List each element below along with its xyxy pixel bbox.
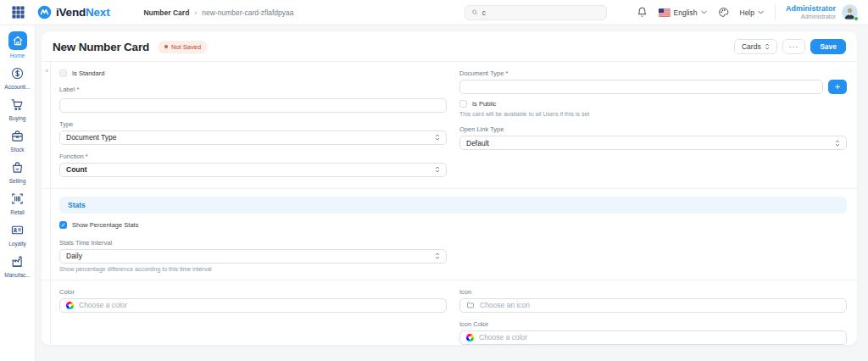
help-menu[interactable]: Help bbox=[740, 8, 764, 17]
selling-icon bbox=[9, 158, 26, 175]
select-arrows-icon bbox=[765, 42, 770, 51]
sidebar-item-home[interactable]: Home bbox=[0, 31, 35, 58]
ivendnext-logo-icon bbox=[37, 5, 52, 19]
sidebar-item-manufacturing[interactable]: Manufac... bbox=[0, 253, 35, 278]
status-badge: Not Saved bbox=[158, 41, 208, 53]
language-label: English bbox=[674, 8, 698, 17]
function-field-label: Function bbox=[59, 153, 447, 160]
breadcrumb: Number Card › new-number-card-zflafdpyaa bbox=[143, 8, 293, 17]
retail-icon bbox=[9, 190, 26, 207]
bell-icon bbox=[637, 7, 648, 18]
sidebar-item-accounting[interactable]: Accounti... bbox=[0, 64, 35, 90]
form-section-appearance: Color Choose a color Icon C bbox=[59, 288, 847, 347]
breadcrumb-current: new-number-card-zflafdpyaa bbox=[202, 8, 293, 17]
user-name: Administrator bbox=[786, 4, 836, 14]
status-dot-icon bbox=[164, 45, 168, 48]
form-section-main: Is Standard Label Type Document Type bbox=[59, 69, 847, 185]
select-arrows-icon bbox=[435, 165, 440, 174]
is-public-label: Is Public bbox=[472, 100, 496, 108]
loyalty-icon bbox=[9, 221, 26, 238]
user-role: Administrator bbox=[786, 14, 836, 21]
sidebar-item-stock[interactable]: Stock bbox=[0, 127, 35, 153]
show-percentage-stats-label: Show Percentage Stats bbox=[72, 221, 138, 229]
grid-icon-glyph bbox=[12, 6, 25, 19]
label-input[interactable] bbox=[59, 98, 447, 113]
expand-form-sidebar-chevron[interactable]: › bbox=[46, 67, 48, 75]
sidebar-item-buying[interactable]: Buying bbox=[0, 96, 35, 121]
accounting-icon bbox=[9, 64, 26, 81]
sidebar-item-label: Home bbox=[10, 53, 25, 58]
theme-switcher[interactable] bbox=[718, 7, 729, 18]
search-input[interactable] bbox=[482, 8, 600, 17]
app-grid-icon[interactable] bbox=[10, 5, 25, 20]
more-menu-button[interactable]: ··· bbox=[782, 39, 806, 54]
is-standard-checkbox[interactable] bbox=[59, 69, 67, 77]
icon-picker-input[interactable]: Choose an icon bbox=[459, 298, 847, 313]
buying-icon bbox=[9, 96, 26, 113]
user-avatar[interactable] bbox=[842, 4, 858, 20]
stats-time-interval-label: Stats Time Interval bbox=[59, 239, 447, 247]
stats-time-interval-description: Show percentage difference according to … bbox=[59, 266, 447, 272]
select-arrows-icon bbox=[835, 139, 840, 147]
type-select[interactable]: Document Type bbox=[59, 131, 447, 145]
sidebar-item-label: Accounti... bbox=[4, 84, 30, 90]
main-content: New Number Card Not Saved Cards ··· Save… bbox=[36, 25, 868, 361]
section-divider bbox=[42, 188, 857, 189]
user-menu[interactable]: Administrator Administrator bbox=[786, 4, 836, 21]
global-search[interactable] bbox=[465, 5, 607, 20]
icon-color-picker-input[interactable]: Choose a color bbox=[459, 330, 847, 345]
function-select[interactable]: Count bbox=[59, 163, 447, 177]
sidebar-item-label: Buying bbox=[9, 115, 26, 121]
show-percentage-stats-checkbox[interactable] bbox=[59, 221, 67, 229]
add-document-type-button[interactable]: + bbox=[828, 80, 847, 94]
manufacturing-icon bbox=[9, 253, 26, 269]
sidebar-item-label: Manufac... bbox=[4, 272, 30, 278]
sidebar-item-loyalty[interactable]: Loyalty bbox=[0, 221, 35, 247]
form-sidebar-divider bbox=[50, 62, 51, 346]
us-flag-icon bbox=[659, 8, 670, 17]
is-public-checkbox-row[interactable]: Is Public bbox=[459, 100, 847, 108]
help-label: Help bbox=[740, 8, 754, 17]
section-divider bbox=[42, 280, 857, 280]
sidebar-item-selling[interactable]: Selling bbox=[0, 158, 35, 184]
save-button[interactable]: Save bbox=[810, 39, 846, 54]
notifications-bell[interactable] bbox=[637, 7, 648, 18]
form-header: New Number Card Not Saved Cards ··· Save bbox=[42, 31, 857, 61]
workspace-sidebar: Home Accounti... Buying Stock Selling bbox=[0, 25, 36, 361]
top-navbar: iVendNext Number Card › new-number-card-… bbox=[0, 0, 868, 25]
palette-icon bbox=[718, 7, 729, 18]
color-wheel-icon bbox=[66, 302, 74, 309]
form-card: New Number Card Not Saved Cards ··· Save… bbox=[41, 31, 858, 346]
form-body: › Is Standard Label Type bbox=[42, 61, 857, 346]
open-link-type-label: Open Link Type bbox=[459, 125, 847, 133]
document-type-field-label: Document Type bbox=[459, 69, 847, 77]
sidebar-item-retail[interactable]: Retail bbox=[0, 190, 35, 215]
app-logo-text: iVendNext bbox=[56, 6, 109, 19]
chevron-down-icon bbox=[701, 10, 707, 14]
search-icon bbox=[471, 8, 478, 16]
is-standard-checkbox-row[interactable]: Is Standard bbox=[59, 69, 447, 77]
type-field-label: Type bbox=[59, 120, 447, 128]
navbar-divider bbox=[775, 4, 776, 21]
folder-icon bbox=[466, 301, 475, 309]
document-type-input[interactable] bbox=[459, 80, 823, 94]
cards-switcher-button[interactable]: Cards bbox=[734, 39, 777, 54]
color-wheel-icon bbox=[466, 334, 474, 342]
show-percentage-stats-row[interactable]: Show Percentage Stats bbox=[59, 221, 447, 229]
app-logo[interactable]: iVendNext bbox=[37, 5, 109, 19]
breadcrumb-parent-link[interactable]: Number Card bbox=[143, 8, 189, 17]
sidebar-item-label: Loyalty bbox=[8, 241, 26, 247]
open-link-type-select[interactable]: Default bbox=[459, 136, 847, 150]
language-selector[interactable]: English bbox=[659, 8, 707, 17]
color-picker-input[interactable]: Choose a color bbox=[59, 298, 447, 313]
is-public-checkbox[interactable] bbox=[459, 100, 467, 108]
is-public-description: This card will be available to all Users… bbox=[459, 111, 847, 117]
sidebar-item-label: Stock bbox=[10, 147, 24, 153]
label-field-label: Label bbox=[59, 86, 447, 93]
stats-section-header[interactable]: Stats bbox=[59, 197, 847, 214]
sidebar-item-label: Selling bbox=[9, 178, 26, 184]
color-field-label: Color bbox=[59, 288, 447, 296]
stats-time-interval-select[interactable]: Daily bbox=[59, 249, 447, 264]
is-standard-label: Is Standard bbox=[72, 69, 104, 77]
online-status-dot bbox=[854, 16, 859, 21]
